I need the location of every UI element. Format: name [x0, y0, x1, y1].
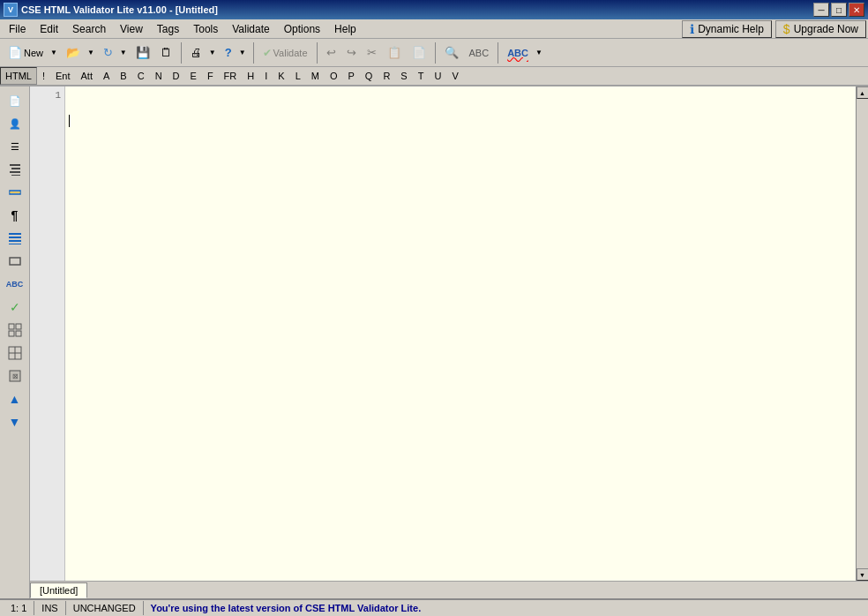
validate-button[interactable]: ✔ Validate: [258, 41, 312, 64]
help-button-group: ? ▼: [221, 41, 249, 64]
menu-search[interactable]: Search: [65, 20, 113, 38]
upgrade-label: Upgrade Now: [794, 23, 858, 35]
menu-bar: File Edit Search View Tags Tools Validat…: [0, 19, 868, 39]
menu-file[interactable]: File: [2, 20, 33, 38]
cut-button[interactable]: ✂: [363, 41, 381, 64]
open-dropdown-arrow[interactable]: ▼: [85, 41, 97, 64]
restore-button[interactable]: □: [831, 3, 847, 17]
tag-html[interactable]: HTML: [0, 67, 37, 85]
menu-view[interactable]: View: [113, 20, 150, 38]
menu-edit[interactable]: Edit: [33, 20, 65, 38]
spell-icon: ABC: [507, 48, 528, 58]
sidebar-spell[interactable]: ABC: [3, 274, 27, 295]
sidebar-box[interactable]: [3, 251, 27, 272]
menu-options[interactable]: Options: [277, 20, 327, 38]
editor-area: 1 ▲ ▼: [30, 86, 868, 581]
spell-dropdown-arrow[interactable]: ▼: [533, 41, 545, 64]
tag-e[interactable]: E: [185, 67, 202, 85]
separator-1: [181, 42, 182, 64]
upgrade-now-button[interactable]: $ Upgrade Now: [775, 20, 866, 38]
sidebar-new-file[interactable]: 📄: [3, 90, 27, 111]
tag-c[interactable]: C: [132, 67, 150, 85]
sidebar-list[interactable]: ☰: [3, 136, 27, 157]
refresh-button[interactable]: ↻: [99, 41, 117, 64]
help-button[interactable]: ?: [221, 41, 236, 64]
print-button[interactable]: 🖨: [186, 41, 206, 64]
undo-button[interactable]: ↩: [322, 41, 340, 64]
scroll-down-arrow[interactable]: ▼: [857, 568, 869, 581]
tag-u[interactable]: U: [429, 67, 446, 85]
sidebar-grid2[interactable]: [3, 342, 27, 364]
sidebar-grid3[interactable]: ⊠: [3, 365, 27, 387]
status-state: UNCHANGED: [66, 601, 144, 615]
tag-f[interactable]: F: [202, 67, 219, 85]
status-position: 1: 1: [4, 601, 34, 615]
tag-b[interactable]: B: [115, 67, 131, 85]
tag-m[interactable]: M: [306, 67, 325, 85]
line-numbers: 1: [30, 86, 65, 581]
new-dropdown-arrow[interactable]: ▼: [48, 41, 60, 64]
tag-toolbar: HTML ! Ent Att A B C N D E F FR H I K L …: [0, 67, 868, 86]
save-as-button[interactable]: 🗒: [156, 41, 176, 64]
tag-att[interactable]: Att: [76, 67, 98, 85]
help-icon: ?: [225, 46, 232, 59]
sidebar-paragraph[interactable]: ¶: [3, 205, 27, 226]
refresh-dropdown-arrow[interactable]: ▼: [117, 41, 130, 64]
scroll-up-arrow[interactable]: ▲: [857, 86, 869, 99]
svg-text:⊠: ⊠: [11, 372, 18, 380]
menu-help[interactable]: Help: [327, 20, 363, 38]
refresh-button-group: ↻ ▼: [99, 41, 130, 64]
editor-content[interactable]: [65, 86, 856, 581]
sidebar-rule[interactable]: [3, 182, 27, 203]
redo-button[interactable]: ↪: [342, 41, 361, 64]
sidebar-grid1[interactable]: [3, 319, 27, 341]
close-button[interactable]: ✕: [849, 3, 864, 17]
tag-i[interactable]: I: [259, 67, 273, 85]
sidebar-outline[interactable]: [3, 159, 27, 180]
tab-untitled[interactable]: [Untitled]: [30, 582, 87, 598]
print-button-group: 🖨 ▼: [186, 41, 219, 64]
new-button-group: 📄 New ▼: [4, 41, 60, 64]
menu-tags[interactable]: Tags: [150, 20, 186, 38]
tag-excl[interactable]: !: [37, 67, 50, 85]
tag-p[interactable]: P: [343, 67, 360, 85]
find-next-button[interactable]: ABC: [465, 41, 494, 64]
tag-n[interactable]: N: [150, 67, 168, 85]
sidebar-user[interactable]: 👤: [3, 113, 27, 134]
tag-r[interactable]: R: [378, 67, 395, 85]
status-mode: INS: [34, 601, 65, 615]
tag-q[interactable]: Q: [360, 67, 378, 85]
tag-s[interactable]: S: [395, 67, 412, 85]
sidebar-up[interactable]: ▲: [3, 388, 27, 409]
minimize-button[interactable]: ─: [813, 3, 829, 17]
dynamic-help-button[interactable]: ℹ Dynamic Help: [682, 20, 772, 38]
sidebar-lines[interactable]: [3, 228, 27, 249]
tag-d[interactable]: D: [168, 67, 185, 85]
status-message: You're using the latest version of CSE H…: [144, 603, 864, 613]
tag-v[interactable]: V: [446, 67, 463, 85]
validate-button-label: Validate: [273, 48, 308, 58]
tag-a[interactable]: A: [98, 67, 115, 85]
tag-o[interactable]: O: [325, 67, 343, 85]
new-button[interactable]: 📄 New: [4, 41, 48, 64]
menu-validate[interactable]: Validate: [225, 20, 276, 38]
paste-button[interactable]: 📄: [408, 41, 430, 64]
tag-k[interactable]: K: [273, 67, 289, 85]
tag-l[interactable]: L: [290, 67, 306, 85]
help-dropdown-arrow[interactable]: ▼: [236, 41, 249, 64]
tag-ent[interactable]: Ent: [50, 67, 76, 85]
save-button[interactable]: 💾: [131, 41, 154, 64]
tag-t[interactable]: T: [413, 67, 430, 85]
tag-h[interactable]: H: [242, 67, 259, 85]
copy-button[interactable]: 📋: [383, 41, 406, 64]
sidebar-check[interactable]: ✓: [3, 297, 27, 318]
find-button[interactable]: 🔍: [440, 41, 463, 64]
tag-fr[interactable]: FR: [219, 67, 243, 85]
menu-tools[interactable]: Tools: [186, 20, 225, 38]
spell-button[interactable]: ABC: [503, 41, 533, 64]
sidebar-down[interactable]: ▼: [3, 411, 27, 432]
open-button[interactable]: 📂: [62, 41, 85, 64]
separator-3: [317, 42, 318, 64]
separator-5: [498, 42, 498, 64]
print-dropdown-arrow[interactable]: ▼: [206, 41, 219, 64]
